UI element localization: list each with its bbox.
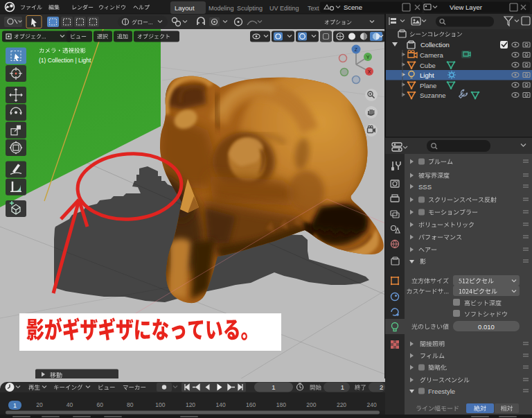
- svg-text:Collection: Collection: [420, 41, 450, 49]
- svg-text:Light: Light: [420, 71, 434, 79]
- svg-text:Scene: Scene: [344, 3, 362, 11]
- svg-text:Cube: Cube: [420, 62, 436, 69]
- svg-text:80: 80: [127, 401, 134, 408]
- svg-text:20: 20: [36, 401, 43, 408]
- svg-text:200: 200: [306, 401, 316, 408]
- svg-text:1: 1: [272, 383, 275, 391]
- svg-text:Freestyle: Freestyle: [428, 387, 455, 395]
- svg-text:1: 1: [13, 402, 17, 409]
- svg-text:Plane: Plane: [420, 82, 436, 89]
- svg-text:(1) Collection | Light: (1) Collection | Light: [39, 57, 91, 64]
- svg-text:160: 160: [246, 401, 256, 408]
- svg-text:2: 2: [380, 383, 383, 391]
- svg-text:Camera: Camera: [420, 51, 444, 59]
- svg-text:60: 60: [96, 401, 103, 408]
- svg-text:Suzanne: Suzanne: [420, 92, 446, 99]
- svg-text:120: 120: [186, 401, 195, 408]
- svg-text:Y: Y: [366, 55, 370, 60]
- svg-text:Text: Text: [308, 5, 319, 12]
- svg-text:0.010: 0.010: [478, 323, 495, 331]
- svg-text:220: 220: [337, 401, 346, 408]
- svg-text:100: 100: [155, 401, 165, 408]
- svg-text:X: X: [368, 69, 371, 74]
- svg-text:UV Editing: UV Editing: [269, 5, 299, 12]
- svg-text:1: 1: [341, 383, 344, 391]
- svg-text:40: 40: [66, 401, 73, 408]
- svg-text:Z: Z: [355, 47, 358, 52]
- svg-text:240: 240: [367, 401, 377, 408]
- svg-text:Sculpting: Sculpting: [237, 5, 263, 12]
- svg-text:SSS: SSS: [418, 183, 432, 191]
- svg-text:180: 180: [276, 401, 286, 408]
- svg-text:Modeling: Modeling: [209, 5, 234, 12]
- svg-text:View Layer: View Layer: [450, 3, 482, 11]
- svg-text:140: 140: [216, 401, 226, 408]
- svg-text:Layout: Layout: [175, 4, 195, 12]
